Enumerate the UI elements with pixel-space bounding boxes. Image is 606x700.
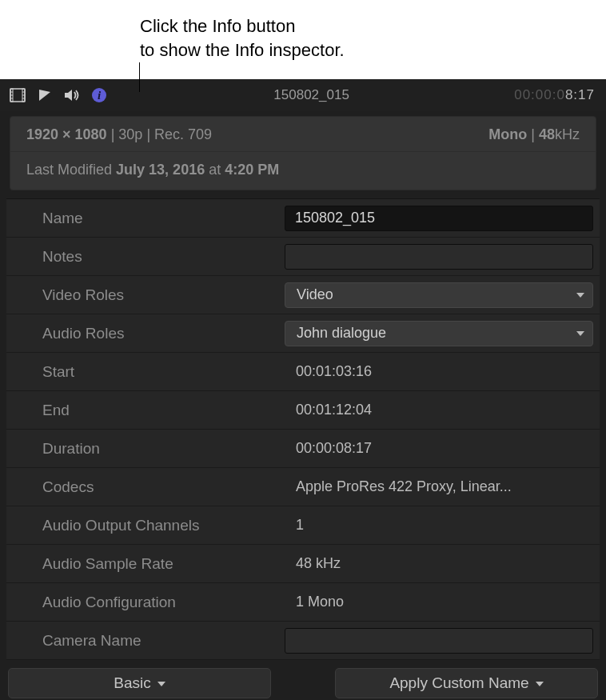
color-space-text: Rec. 709 xyxy=(154,126,212,142)
video-roles-label: Video Roles xyxy=(22,286,285,304)
annotation-callout: Click the Info button to show the Info i… xyxy=(0,0,606,79)
clip-metadata-summary: 1920 × 1080 | 30p | Rec. 709 Mono | 48kH… xyxy=(10,116,596,190)
info-inspector-tab-icon[interactable]: i xyxy=(90,86,109,105)
frame-rate-text: 30p xyxy=(118,126,142,142)
notes-label: Notes xyxy=(22,248,285,266)
audio-format-summary: Mono | 48kHz xyxy=(488,126,580,143)
duration-value: 00:00:08:17 xyxy=(285,440,593,457)
audio-roles-select[interactable]: John dialogue xyxy=(285,321,593,346)
sample-rate-num: 48 xyxy=(539,126,555,142)
video-roles-value: Video xyxy=(297,286,333,303)
last-modified-label: Last Modified xyxy=(26,162,112,178)
param-row-audio-configuration: Audio Configuration 1 Mono xyxy=(6,583,600,622)
name-input[interactable] xyxy=(285,206,593,231)
audio-inspector-tab-icon[interactable] xyxy=(62,86,82,105)
bottom-action-bar: Basic Apply Custom Name xyxy=(0,660,606,700)
audio-configuration-label: Audio Configuration xyxy=(22,594,285,611)
codecs-value: Apple ProRes 422 Proxy, Linear... xyxy=(285,478,593,495)
video-inspector-tab-icon[interactable] xyxy=(8,86,27,105)
inspector-tab-bar: i 150802_015 00:00:08:17 xyxy=(0,79,606,111)
timecode-highlight: 8:17 xyxy=(565,87,595,102)
start-label: Start xyxy=(22,363,285,381)
audio-mode-text: Mono xyxy=(488,126,527,142)
metadata-view-button[interactable]: Basic xyxy=(8,668,271,698)
start-value: 00:01:03:16 xyxy=(285,363,593,380)
param-row-audio-roles: Audio Roles John dialogue xyxy=(6,314,600,353)
codecs-label: Codecs xyxy=(22,478,285,496)
camera-name-label: Camera Name xyxy=(22,632,285,650)
annotation-text-line2: to show the Info inspector. xyxy=(140,38,606,62)
param-row-notes: Notes xyxy=(6,238,600,276)
chevron-down-icon xyxy=(536,682,544,686)
param-row-audio-output-channels: Audio Output Channels 1 xyxy=(6,506,600,545)
parameters-list: Name Notes Video Roles Video Audio Roles xyxy=(6,198,600,660)
audio-output-channels-value: 1 xyxy=(285,517,593,534)
camera-name-input[interactable] xyxy=(285,628,593,654)
param-row-codecs: Codecs Apple ProRes 422 Proxy, Linear... xyxy=(6,468,600,506)
audio-output-channels-label: Audio Output Channels xyxy=(22,517,285,534)
notes-input[interactable] xyxy=(285,244,593,270)
audio-sample-rate-label: Audio Sample Rate xyxy=(22,555,285,573)
metadata-view-label: Basic xyxy=(114,674,150,692)
resolution-text: 1920 × 1080 xyxy=(26,126,107,142)
audio-roles-value: John dialogue xyxy=(297,325,386,342)
video-format-summary: 1920 × 1080 | 30p | Rec. 709 xyxy=(26,126,212,143)
last-modified-at: at xyxy=(209,162,221,178)
chevron-down-icon xyxy=(157,682,165,686)
inspector-title: 150802_015 xyxy=(117,87,506,103)
video-roles-select[interactable]: Video xyxy=(285,282,593,308)
audio-sample-rate-value: 48 kHz xyxy=(285,555,593,572)
param-row-duration: Duration 00:00:08:17 xyxy=(6,430,600,468)
inspector-timecode: 00:00:08:17 xyxy=(514,87,595,103)
timecode-dim: 00:00:0 xyxy=(514,87,565,102)
annotation-text-line1: Click the Info button xyxy=(140,14,606,38)
param-row-end: End 00:01:12:04 xyxy=(6,391,600,430)
metadata-row-modified: Last Modified July 13, 2016 at 4:20 PM xyxy=(10,152,596,190)
param-row-video-roles: Video Roles Video xyxy=(6,276,600,314)
sample-rate-unit: kHz xyxy=(555,126,580,142)
generator-inspector-tab-icon[interactable] xyxy=(35,86,54,105)
param-row-audio-sample-rate: Audio Sample Rate 48 kHz xyxy=(6,545,600,583)
param-row-camera-name: Camera Name xyxy=(6,622,600,660)
last-modified-time: 4:20 PM xyxy=(225,162,279,178)
apply-custom-name-button[interactable]: Apply Custom Name xyxy=(335,668,598,698)
param-row-start: Start 00:01:03:16 xyxy=(6,353,600,391)
param-row-name: Name xyxy=(6,199,600,238)
last-modified-date: July 13, 2016 xyxy=(116,162,205,178)
annotation-pointer-line xyxy=(139,62,140,92)
end-label: End xyxy=(22,402,285,419)
info-inspector-panel: i 150802_015 00:00:08:17 1920 × 1080 | 3… xyxy=(0,79,606,700)
apply-custom-name-label: Apply Custom Name xyxy=(389,674,528,692)
audio-roles-label: Audio Roles xyxy=(22,325,285,342)
name-label: Name xyxy=(22,210,285,227)
metadata-row-format: 1920 × 1080 | 30p | Rec. 709 Mono | 48kH… xyxy=(10,117,596,152)
audio-configuration-value: 1 Mono xyxy=(285,594,593,610)
end-value: 00:01:12:04 xyxy=(285,402,593,418)
duration-label: Duration xyxy=(22,440,285,458)
